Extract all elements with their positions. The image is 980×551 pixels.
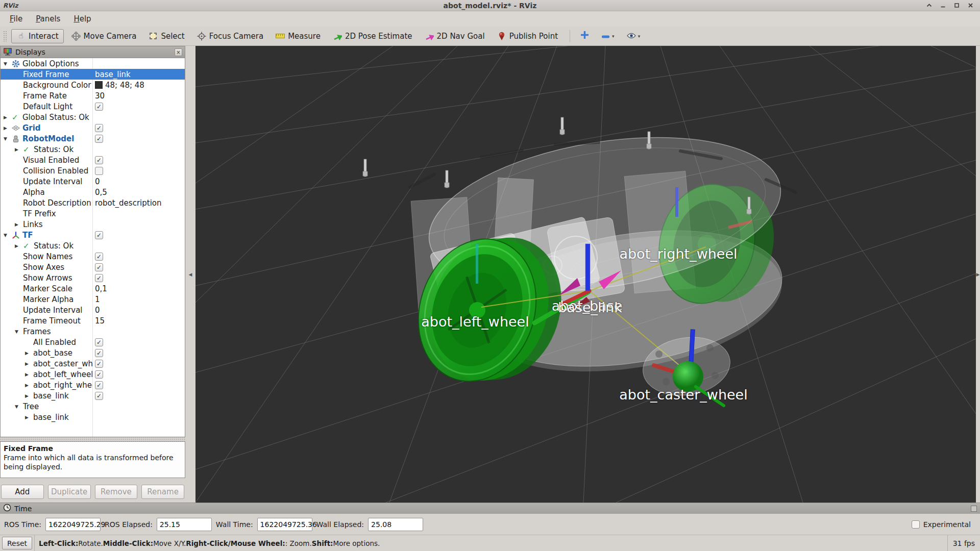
checkbox[interactable]: ✓ <box>95 253 103 261</box>
tool-focus-camera[interactable]: Focus Camera <box>192 29 268 43</box>
render-viewport[interactable]: abot_left_wheelabot_right_wheelabot_cast… <box>195 46 976 503</box>
tool-measure[interactable]: Measure <box>271 29 325 43</box>
checkbox[interactable]: ✓ <box>95 103 103 111</box>
tree-row-fixed-frame[interactable]: Fixed Framebase_link <box>1 69 185 80</box>
checkbox[interactable]: ✓ <box>95 263 103 271</box>
tree-row-marker-scale[interactable]: Marker Scale0,1 <box>1 283 185 294</box>
tree-row-visual-enabled[interactable]: Visual Enabled✓ <box>1 155 185 165</box>
collapse-left-icon[interactable]: ◀ <box>189 272 192 277</box>
chevron-right-icon[interactable]: ▶ <box>4 126 12 131</box>
checkbox[interactable]: ✓ <box>95 231 103 239</box>
row-value[interactable]: 48; 48; 48 <box>105 81 144 90</box>
ros-time-field[interactable]: 1622049725.29 <box>45 518 101 531</box>
chevron-down-icon[interactable]: ▼ <box>4 233 12 238</box>
tree-row-robotmodel[interactable]: ▼RobotModel✓ <box>1 133 185 144</box>
tree-row-abot-caster-wheel[interactable]: ▶abot_caster_wheel✓ <box>1 358 185 369</box>
tree-row-all-enabled[interactable]: All Enabled✓ <box>1 337 185 347</box>
tree-row-show-names[interactable]: Show Names✓ <box>1 251 185 262</box>
tree-row-frames[interactable]: ▼Frames <box>1 326 185 337</box>
shade-icon[interactable] <box>926 2 933 9</box>
tool-move-camera[interactable]: Move Camera <box>67 29 141 43</box>
tool-zoom-in[interactable] <box>577 30 592 42</box>
checkbox[interactable]: ✓ <box>95 349 103 357</box>
checkbox[interactable]: ✓ <box>95 360 103 368</box>
tree-row-tf[interactable]: ▼TF✓ <box>1 230 185 240</box>
tree-row-default-light[interactable]: Default Light✓ <box>1 101 185 112</box>
tree-row-alpha[interactable]: Alpha0,5 <box>1 187 185 197</box>
row-value[interactable]: 15 <box>95 316 105 325</box>
tree-row-links[interactable]: ▶Links <box>1 219 185 230</box>
chevron-down-icon[interactable]: ▼ <box>4 61 12 66</box>
collapse-right-icon[interactable]: ▶ <box>976 272 980 277</box>
menu-help[interactable]: Help <box>68 12 96 26</box>
checkbox[interactable]: ✓ <box>95 156 103 164</box>
menu-file[interactable]: File <box>4 12 28 26</box>
minimize-icon[interactable] <box>940 2 946 9</box>
color-swatch[interactable] <box>95 81 103 89</box>
time-panel-header[interactable]: Time <box>0 503 980 514</box>
tool-zoom-out[interactable]: ▾ <box>598 30 618 42</box>
chevron-right-icon[interactable]: ▶ <box>25 372 33 377</box>
menu-panels[interactable]: Panels <box>30 12 66 26</box>
tree-row-background-color[interactable]: Background Color48; 48; 48 <box>1 80 185 90</box>
row-value[interactable]: 0 <box>95 177 100 186</box>
row-value[interactable]: 0,1 <box>95 284 107 293</box>
reset-button[interactable]: Reset <box>2 537 32 549</box>
checkbox[interactable]: ✓ <box>95 370 103 379</box>
row-value[interactable]: 30 <box>95 91 105 101</box>
tree-row-abot-left-wheel[interactable]: ▶abot_left_wheel✓ <box>1 369 185 380</box>
row-value[interactable]: base_link <box>95 70 131 79</box>
tree-row-status-ok[interactable]: ▶✓Status: Ok <box>1 144 185 155</box>
row-value[interactable]: robot_description <box>95 198 162 208</box>
tree-row-global-status-ok[interactable]: ▶✓Global Status: Ok <box>1 112 185 122</box>
tree-row-update-interval[interactable]: Update Interval0 <box>1 176 185 187</box>
row-value[interactable]: 0 <box>95 306 100 315</box>
dropdown-caret-icon[interactable]: ▾ <box>612 34 615 39</box>
tool-2d-pose-estimate[interactable]: 2D Pose Estimate <box>328 29 417 43</box>
checkbox[interactable]: ✓ <box>95 392 103 400</box>
checkbox[interactable]: ✓ <box>95 381 103 389</box>
row-value[interactable]: 1 <box>95 295 100 304</box>
dock-splitter-right[interactable]: ▶ <box>976 46 980 503</box>
row-value[interactable]: 0,5 <box>95 188 107 197</box>
tree-row-status-ok[interactable]: ▶✓Status: Ok <box>1 240 185 251</box>
chevron-right-icon[interactable]: ▶ <box>25 361 33 366</box>
add-button[interactable]: Add <box>1 485 44 499</box>
ros-elapsed-field[interactable]: 25.15 <box>157 518 212 531</box>
tool-publish-point[interactable]: Publish Point <box>493 29 562 43</box>
checkbox[interactable] <box>95 167 103 175</box>
chevron-right-icon[interactable]: ▶ <box>15 222 23 227</box>
chevron-right-icon[interactable]: ▶ <box>15 243 23 248</box>
displays-close-icon[interactable]: × <box>175 48 182 56</box>
checkbox[interactable]: ✓ <box>95 124 103 132</box>
tree-row-tf-prefix[interactable]: TF Prefix <box>1 208 185 219</box>
tree-row-robot-description[interactable]: Robot Descriptionrobot_description <box>1 197 185 208</box>
chevron-right-icon[interactable]: ▶ <box>15 147 23 152</box>
tool-interact[interactable]: ☝Interact <box>11 29 64 43</box>
chevron-down-icon[interactable]: ▼ <box>15 329 23 334</box>
tree-row-show-arrows[interactable]: Show Arrows✓ <box>1 272 185 283</box>
chevron-right-icon[interactable]: ▶ <box>25 415 33 420</box>
close-icon[interactable] <box>967 2 974 9</box>
chevron-right-icon[interactable]: ▶ <box>25 383 33 388</box>
checkbox[interactable]: ✓ <box>95 274 103 282</box>
tree-row-frame-timeout[interactable]: Frame Timeout15 <box>1 315 185 326</box>
tree-row-frame-rate[interactable]: Frame Rate30 <box>1 90 185 101</box>
tree-row-collision-enabled[interactable]: Collision Enabled <box>1 165 185 176</box>
tree-row-abot-base[interactable]: ▶abot_base✓ <box>1 347 185 358</box>
checkbox[interactable]: ✓ <box>95 135 103 143</box>
chevron-right-icon[interactable]: ▶ <box>25 393 33 398</box>
tree-row-global-options[interactable]: ▼Global Options <box>1 58 185 69</box>
tool-visibility-eye[interactable]: ▾ <box>624 30 644 42</box>
checkbox[interactable]: ✓ <box>95 338 103 346</box>
toolbar-drag-handle[interactable] <box>3 31 7 42</box>
panel-splitter-handle[interactable] <box>0 437 185 441</box>
tree-row-base-link[interactable]: ▶base_link <box>1 412 185 422</box>
dock-splitter[interactable]: ◀ <box>185 46 195 503</box>
chevron-down-icon[interactable]: ▼ <box>4 136 12 141</box>
tree-row-marker-alpha[interactable]: Marker Alpha1 <box>1 294 185 305</box>
tree-row-base-link[interactable]: ▶base_link✓ <box>1 390 185 401</box>
chevron-down-icon[interactable]: ▼ <box>15 404 23 409</box>
displays-panel-header[interactable]: Displays × <box>0 46 185 58</box>
tree-row-show-axes[interactable]: Show Axes✓ <box>1 262 185 272</box>
